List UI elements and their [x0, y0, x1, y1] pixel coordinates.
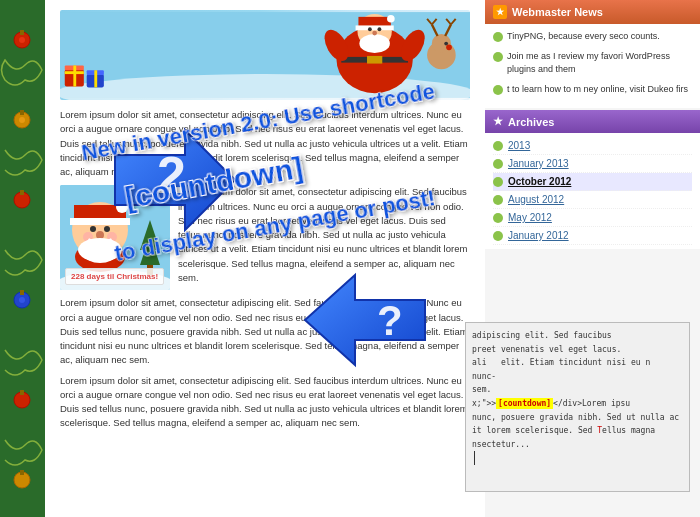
archive-dot-1	[493, 159, 503, 169]
countdown-label: days til Christmas!	[87, 272, 159, 281]
rss-icon: ★	[493, 5, 507, 19]
svg-rect-0	[0, 0, 45, 517]
svg-rect-21	[356, 25, 394, 30]
svg-point-27	[359, 34, 390, 53]
webmaster-news-content: TinyPNG, because every seco counts. Join…	[485, 24, 700, 108]
blue-arrow-right: ?	[295, 265, 435, 379]
main-content: Lorem ipsum dolor sit amet, consectetur …	[45, 0, 485, 517]
countdown-days: 228	[71, 272, 84, 281]
archive-dot-0	[493, 141, 503, 151]
svg-rect-24	[367, 56, 382, 64]
svg-rect-5	[20, 110, 24, 115]
svg-rect-8	[20, 190, 24, 195]
code-line-9: nsectetur...	[472, 438, 683, 452]
archive-item-1[interactable]: January 2013	[493, 155, 692, 173]
svg-text:2: 2	[157, 146, 186, 204]
svg-rect-44	[65, 71, 84, 74]
text-cursor	[474, 451, 475, 465]
code-line-7: nunc, posuere gravida nibh. Sed ut nulla…	[472, 411, 683, 425]
blue-arrow-left: 2	[105, 115, 245, 249]
archives-list: 2013 January 2013 October 2012 August 20…	[485, 133, 700, 249]
archives-title: ★ Archives	[485, 110, 700, 133]
svg-point-59	[90, 226, 96, 232]
archive-link-1[interactable]: January 2013	[508, 158, 569, 169]
news-item-3: t to learn how to m ney online, visit Du…	[493, 83, 692, 97]
archive-item-4[interactable]: May 2012	[493, 209, 692, 227]
lorem-paragraph-3: Lorem ipsum dolor sit amet, consectetur …	[60, 374, 470, 431]
archive-item-5[interactable]: January 2012	[493, 227, 692, 245]
archive-item-3[interactable]: August 2012	[493, 191, 692, 209]
webmaster-news-widget: ★ Webmaster News TinyPNG, because every …	[485, 0, 700, 108]
archive-link-5[interactable]: January 2012	[508, 230, 569, 241]
svg-rect-47	[94, 70, 97, 87]
code-line-4: nunc-	[472, 370, 683, 384]
svg-point-28	[368, 27, 372, 31]
code-line-8: it lorem scelerisque. Sed Tellus magna	[472, 424, 683, 438]
svg-point-6	[19, 117, 25, 123]
archive-item-0[interactable]: 2013	[493, 137, 692, 155]
code-line-1: adipiscing elit. Sed faucibus	[472, 329, 683, 343]
svg-rect-13	[20, 390, 24, 395]
archive-dot-2	[493, 177, 503, 187]
news-text-3: t to learn how to m ney online, visit Du…	[507, 83, 688, 97]
news-item-2: Join me as I review my favori WordPress …	[493, 50, 692, 77]
svg-rect-43	[73, 65, 76, 86]
archive-dot-4	[493, 213, 503, 223]
christmas-decoration	[0, 0, 45, 517]
archives-label: Archives	[508, 116, 554, 128]
news-item-1: TinyPNG, because every seco counts.	[493, 30, 692, 44]
svg-text:?: ?	[377, 297, 403, 344]
news-dot-1	[493, 32, 503, 42]
christmas-ornaments-svg	[0, 0, 45, 517]
archives-rss-icon: ★	[493, 115, 503, 128]
archive-link-4[interactable]: May 2012	[508, 212, 552, 223]
archive-link-0[interactable]: 2013	[508, 140, 530, 151]
news-text-1: TinyPNG, because every seco counts.	[507, 30, 660, 44]
webmaster-news-label: Webmaster News	[512, 6, 603, 18]
code-line-3: ali elit. Etiam tincidunt nisi eu n	[472, 356, 683, 370]
svg-point-39	[444, 42, 448, 46]
news-text-2: Join me as I review my favori WordPress …	[507, 50, 692, 77]
svg-point-63	[96, 231, 104, 239]
svg-point-29	[378, 27, 382, 31]
archive-link-3[interactable]: August 2012	[508, 194, 564, 205]
news-dot-2	[493, 52, 503, 62]
code-line-2: preet venenatis vel eget lacus.	[472, 343, 683, 357]
code-line-6: x;">>[countdown]</div>Lorem ipsu	[472, 397, 683, 411]
archive-link-2[interactable]: October 2012	[508, 176, 571, 187]
svg-rect-10	[20, 290, 24, 295]
code-line-5: sem.	[472, 383, 683, 397]
news-dot-3	[493, 85, 503, 95]
archive-dot-5	[493, 231, 503, 241]
svg-point-30	[372, 31, 377, 36]
svg-rect-2	[20, 30, 24, 35]
code-overlay: adipiscing elit. Sed faucibus preet vene…	[465, 322, 690, 492]
countdown-badge: 228 days til Christmas!	[65, 268, 164, 285]
svg-rect-15	[20, 470, 24, 475]
top-banner	[60, 10, 470, 100]
archive-item-2[interactable]: October 2012	[493, 173, 692, 191]
archive-dot-3	[493, 195, 503, 205]
webmaster-news-title: ★ Webmaster News	[485, 0, 700, 24]
svg-point-40	[446, 45, 452, 51]
svg-point-11	[19, 297, 25, 303]
svg-point-22	[387, 15, 395, 23]
svg-point-3	[19, 37, 25, 43]
archives-widget: ★ Archives 2013 January 2013 October 201…	[485, 110, 700, 249]
